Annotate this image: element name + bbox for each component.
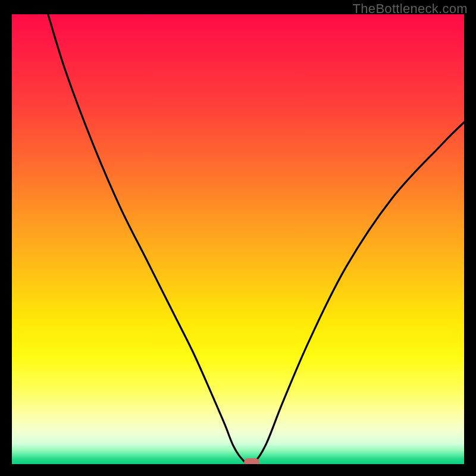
bottleneck-curve [12,14,464,464]
optimal-point-marker [244,458,259,464]
chart-frame: TheBottleneck.com [0,0,476,476]
plot-area [12,14,464,464]
